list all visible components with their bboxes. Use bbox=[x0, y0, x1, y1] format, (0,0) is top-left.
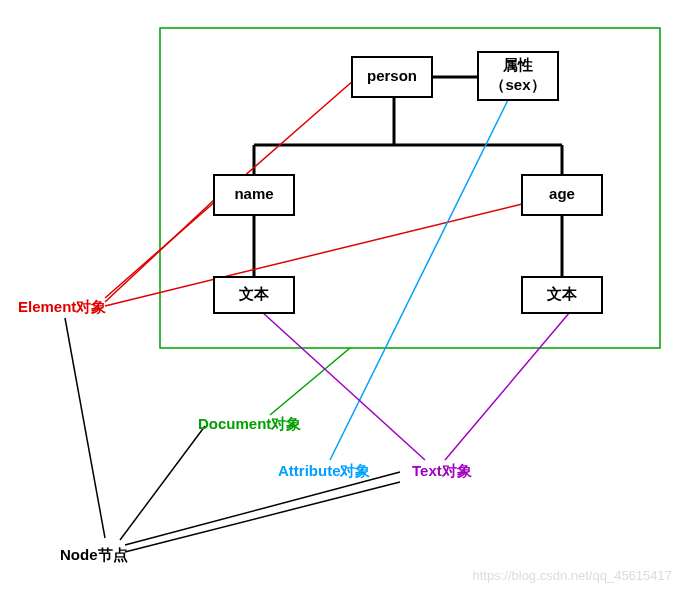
label-text: Text对象 bbox=[412, 462, 472, 479]
attribute-pointer bbox=[330, 100, 508, 460]
node-attribute-label-2: （sex） bbox=[490, 76, 545, 93]
node-text-1-label: 文本 bbox=[238, 285, 270, 302]
node-age-label: age bbox=[549, 185, 575, 202]
node-text-2-label: 文本 bbox=[546, 285, 578, 302]
text-pointer bbox=[445, 312, 570, 460]
node-pointer bbox=[65, 318, 105, 538]
node-attribute-label-1: 属性 bbox=[502, 56, 533, 73]
label-element: Element对象 bbox=[18, 298, 106, 315]
node-pointer bbox=[120, 426, 205, 540]
node-person-label: person bbox=[367, 67, 417, 84]
label-attribute: Attribute对象 bbox=[278, 462, 371, 479]
node-pointer bbox=[125, 472, 400, 545]
node-name-label: name bbox=[234, 185, 273, 202]
text-pointer bbox=[262, 312, 425, 460]
node-pointer bbox=[125, 482, 400, 552]
element-pointer bbox=[105, 204, 522, 306]
label-document: Document对象 bbox=[198, 415, 301, 432]
watermark: https://blog.csdn.net/qq_45615417 bbox=[473, 568, 673, 583]
label-node: Node节点 bbox=[60, 546, 128, 563]
